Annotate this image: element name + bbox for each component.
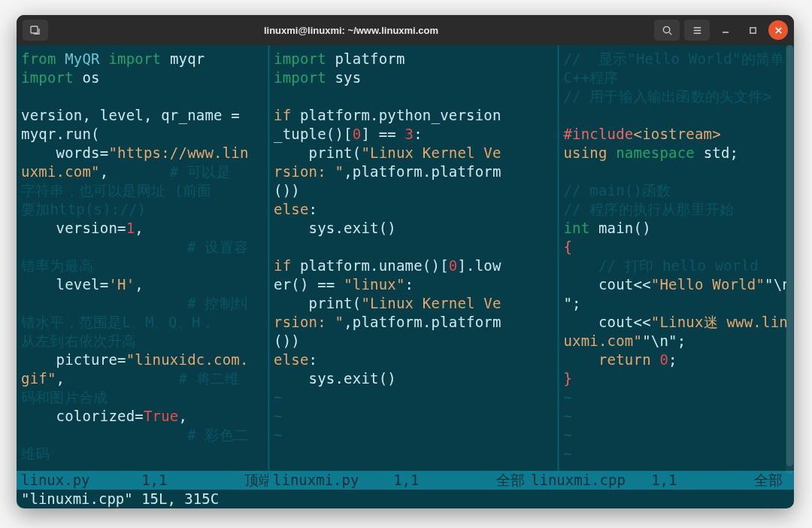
svg-rect-7	[750, 27, 755, 32]
maximize-button[interactable]	[741, 20, 764, 41]
menu-button[interactable]	[684, 20, 710, 41]
code-pane-1[interactable]: from MyQR import myqr import os version,…	[17, 45, 268, 466]
minimize-icon	[721, 26, 730, 35]
hamburger-icon	[692, 25, 703, 36]
pane-linux-py[interactable]: from MyQR import myqr import os version,…	[17, 45, 268, 471]
status-lines: linux.py 1,1 顶端 linuxmi.py 1,1 全部 linuxm…	[17, 471, 794, 490]
minimize-button[interactable]	[714, 20, 737, 41]
code-pane-3[interactable]: // 显示"Hello World"的简单 C++程序 // 用于输入输出函数的…	[559, 45, 794, 466]
vim-command-line[interactable]: "linuxmi.cpp" 15L, 315C	[17, 490, 794, 508]
new-tab-icon	[29, 24, 41, 36]
close-button[interactable]	[768, 20, 788, 40]
code-pane-2[interactable]: import platform import sys if platform.p…	[269, 45, 558, 448]
svg-rect-0	[31, 26, 38, 33]
maximize-icon	[749, 26, 757, 35]
search-icon	[662, 25, 673, 36]
new-tab-button[interactable]	[23, 20, 48, 41]
svg-line-2	[669, 32, 671, 35]
search-button[interactable]	[654, 20, 680, 41]
titlebar: linuxmi@linuxmi: ~/www.linuxmi.com	[17, 15, 794, 45]
scroll-thumb[interactable]	[786, 45, 793, 466]
vim-editor[interactable]: from MyQR import myqr import os version,…	[17, 45, 794, 508]
status-pane-2: linuxmi.py 1,1 全部	[268, 471, 526, 490]
status-pane-1: linux.py 1,1 顶端	[17, 471, 268, 490]
close-icon	[774, 26, 783, 35]
split-panes: from MyQR import myqr import os version,…	[17, 45, 794, 471]
pane-linuxmi-py[interactable]: import platform import sys if platform.p…	[269, 45, 558, 471]
window-title: linuxmi@linuxmi: ~/www.linuxmi.com	[48, 25, 654, 36]
svg-point-1	[663, 26, 669, 32]
status-pane-3: linuxmi.cpp 1,1 全部	[526, 471, 794, 490]
scrollbar[interactable]	[786, 45, 794, 474]
terminal-window: linuxmi@linuxmi: ~/www.linuxmi.com from …	[17, 15, 794, 508]
pane-linuxmi-cpp[interactable]: // 显示"Hello World"的简单 C++程序 // 用于输入输出函数的…	[559, 45, 794, 471]
